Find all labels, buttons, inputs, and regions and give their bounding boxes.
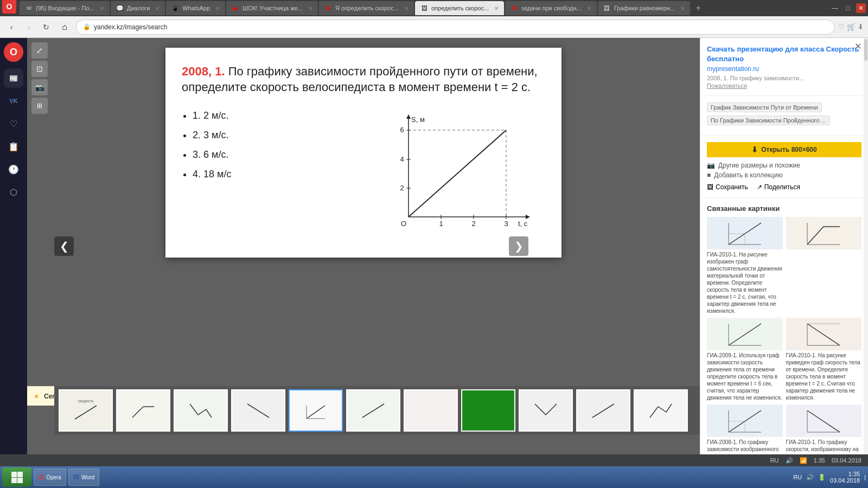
share-action[interactable]: ↗ Поделиться	[757, 183, 800, 191]
share-icon: ↗	[757, 183, 762, 191]
tab-close-5[interactable]: ✕	[404, 5, 409, 11]
tab-close-7[interactable]: ✕	[587, 5, 591, 11]
y-tick-6: 6	[400, 126, 404, 134]
tab-yandex7[interactable]: Я задачи при свободн... ✕	[505, 1, 597, 15]
related-6[interactable]: ГИА-2010-1. По графику скорости, изображ…	[786, 404, 862, 454]
open-button[interactable]: ⬇ Открыть 800×600	[707, 142, 861, 157]
tab-close-8[interactable]: ✕	[680, 5, 685, 11]
y-axis-arrow	[406, 114, 411, 119]
taskbar: O Opera W Word RU 🔊 🔋 1:35 03.04.2018 |	[0, 466, 868, 488]
taskbar-show-desktop[interactable]: |	[864, 474, 866, 480]
tab-close-3[interactable]: ✕	[215, 5, 220, 11]
sidebar-list[interactable]: 📋	[4, 137, 23, 156]
tab-active[interactable]: 🖼 определить скорос... ✕	[415, 1, 504, 15]
svg-line-15	[362, 404, 384, 418]
tab-email[interactable]: ✉ (95) Входящие - По... ✕	[20, 1, 110, 15]
tab-grafiki[interactable]: 🖼 Графики равномерн... ✕	[598, 1, 690, 15]
taskbar-network: 🔋	[818, 474, 826, 481]
new-tab-button[interactable]: +	[691, 1, 705, 15]
other-sizes-link[interactable]: Другие размеры и похожие	[718, 162, 800, 169]
tab-whatsapp[interactable]: 📱 WhatsApp ✕	[166, 1, 225, 15]
thumb-7[interactable]	[404, 389, 458, 432]
slide-title: 2008, 1. По графику зависимости пройденн…	[182, 64, 545, 95]
save-action[interactable]: 🖼 Сохранить	[707, 183, 748, 191]
panel-tags-2: По Графики Зависимости Пройденного ...	[707, 115, 861, 125]
thumb-1[interactable]: скорость	[59, 389, 113, 432]
y-tick-2: 2	[400, 184, 404, 192]
scrollbar-thumb[interactable]	[864, 39, 867, 61]
scrollbar-track[interactable]	[864, 38, 868, 454]
sound-icon: 🔊	[786, 457, 793, 464]
tab-close-1[interactable]: ✕	[100, 5, 104, 11]
grid-tool[interactable]: ⊞	[31, 98, 48, 114]
related-5[interactable]: ГИА-2008-1. По графику зависимости изобр…	[707, 404, 783, 454]
shopping-icon[interactable]: 🛒	[847, 23, 856, 31]
tab-yandex5[interactable]: Я Я определить скорос... ✕	[319, 1, 414, 15]
bookmark-icon[interactable]: ♡	[838, 23, 845, 31]
taskbar-lang: RU	[793, 474, 802, 480]
expand-tool[interactable]: ⤢	[31, 42, 48, 59]
tab-close-2[interactable]: ✕	[155, 5, 159, 11]
maximize-button[interactable]: □	[843, 3, 853, 13]
prev-image-button[interactable]: ❮	[54, 236, 74, 256]
tab-close-4[interactable]: ✕	[308, 5, 312, 11]
thumb-6[interactable]	[346, 389, 400, 432]
sidebar-left: O 📰 VK ♡ 📋 🕐 ⬡	[0, 38, 27, 454]
taskbar-word[interactable]: W Word	[68, 468, 99, 486]
tab-dialogi[interactable]: 💬 Диалоги ✕	[111, 1, 165, 15]
download-icon[interactable]: ⬇	[858, 23, 864, 31]
camera-icon-panel: 📷	[707, 162, 715, 169]
sidebar-news[interactable]: 📰	[4, 68, 23, 88]
right-panel: ✕ Скачать презентацию для класса Скорост…	[700, 38, 868, 454]
thumb-11[interactable]	[634, 389, 688, 432]
answer-1: 1. 2 м/с.	[193, 106, 358, 125]
tab-video[interactable]: ▶ ШОК! Участница же... ✕	[226, 1, 318, 15]
svg-line-36	[807, 410, 840, 432]
taskbar-opera[interactable]: O Opera	[34, 468, 66, 486]
address-bar[interactable]: 🔒 yandex.kz/images/search	[76, 20, 835, 35]
refresh-button[interactable]: ↻	[39, 20, 53, 34]
back-button[interactable]: ‹	[4, 20, 18, 34]
close-button[interactable]: ✕	[856, 3, 866, 13]
home-button[interactable]: ⌂	[56, 20, 73, 34]
sidebar-3d[interactable]: ⬡	[4, 182, 23, 202]
related-3[interactable]: ГИА-2009-1. Используя граф зависимости с…	[707, 318, 783, 401]
x-tick-3: 3	[504, 220, 508, 228]
panel-site[interactable]: mypresentation.ru	[707, 65, 861, 73]
dialogi-favicon: 💬	[116, 4, 124, 12]
add-collection-link[interactable]: Добавить в коллекцию	[714, 171, 782, 179]
thumb-5[interactable]	[289, 389, 343, 432]
lock-icon: 🔒	[83, 23, 91, 30]
taskbar-sound: 🔊	[806, 474, 814, 481]
tab-close-6[interactable]: ✕	[494, 5, 499, 11]
tag-1[interactable]: График Зависимости Пути от Времени	[707, 102, 822, 112]
related-2[interactable]	[786, 217, 862, 314]
sidebar-heart[interactable]: ♡	[4, 114, 23, 133]
minimize-button[interactable]: —	[830, 3, 840, 13]
related-4[interactable]: ГИА-2010-1. На рисунке приведен граф ско…	[786, 318, 862, 401]
svg-line-9	[132, 407, 143, 418]
sidebar-history[interactable]: 🕐	[4, 159, 23, 179]
related-1[interactable]: ГИА-2010-1. На рисунке изображен граф са…	[707, 217, 783, 314]
thumb-3[interactable]	[174, 389, 228, 432]
thumb-8[interactable]	[461, 389, 515, 432]
browser-window: O ✉ (95) Входящие - По... ✕ 💬 Диалоги ✕ …	[0, 0, 868, 488]
related-text-5: ГИА-2008-1. По графику зависимости изобр…	[707, 439, 783, 454]
crop-tool[interactable]: ⊡	[31, 61, 48, 77]
sidebar-vk[interactable]: VK	[4, 91, 23, 111]
start-button[interactable]	[2, 467, 31, 487]
right-panel-close-button[interactable]: ✕	[854, 41, 861, 52]
share-label: Поделиться	[764, 183, 800, 191]
svg-line-8	[75, 406, 97, 419]
opera-logo[interactable]: O	[2, 0, 16, 14]
next-image-button[interactable]: ❯	[509, 236, 528, 256]
thumb-2[interactable]	[116, 389, 170, 432]
panel-report[interactable]: Пожаловаться	[707, 82, 861, 89]
tag-2[interactable]: По Графики Зависимости Пройденного ...	[707, 115, 830, 125]
thumb-9[interactable]	[519, 389, 573, 432]
opera-sidebar-logo[interactable]: O	[4, 42, 23, 62]
forward-button[interactable]: ›	[22, 20, 36, 34]
camera-tool[interactable]: 📷	[31, 79, 48, 95]
thumb-4[interactable]	[231, 389, 285, 432]
thumb-10[interactable]	[576, 389, 630, 432]
